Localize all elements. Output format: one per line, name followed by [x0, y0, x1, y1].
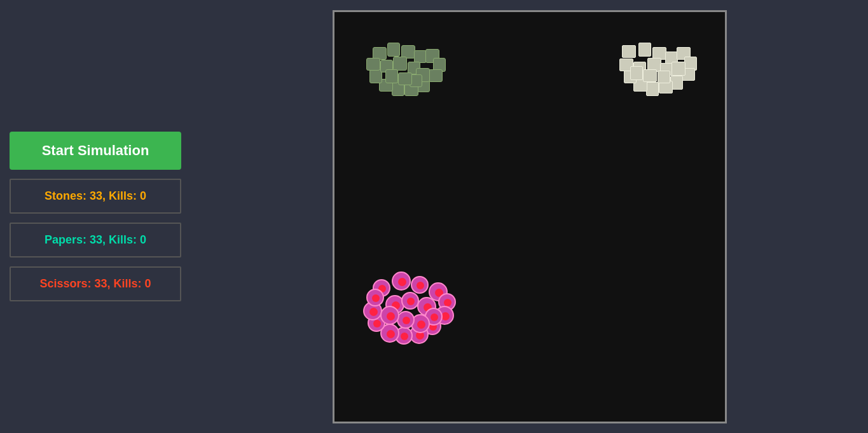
stone-particle — [393, 57, 407, 71]
scissors-particle — [366, 289, 384, 306]
paper-particle — [622, 45, 636, 58]
scissors-particle — [411, 276, 429, 294]
scissors-particle — [401, 292, 419, 310]
stone-particle — [414, 50, 427, 63]
left-panel: Start Simulation Stones: 33, Kills: 0 Pa… — [0, 0, 191, 433]
stone-particle — [385, 69, 398, 83]
stone-particle — [366, 58, 380, 71]
stone-particle — [387, 43, 400, 57]
start-simulation-button[interactable]: Start Simulation — [10, 132, 181, 170]
paper-particle — [672, 62, 685, 76]
paper-particle — [646, 82, 659, 96]
simulation-area — [191, 0, 868, 433]
stone-particle — [429, 69, 443, 82]
papers-stat-box: Papers: 33, Kills: 0 — [10, 223, 181, 258]
simulation-canvas — [333, 10, 727, 423]
scissors-particle — [392, 271, 411, 291]
stones-stat-label: Stones: 33, Kills: 0 — [45, 189, 146, 203]
stones-stat-box: Stones: 33, Kills: 0 — [10, 179, 181, 214]
papers-stat-label: Papers: 33, Kills: 0 — [45, 233, 146, 247]
scissors-stat-label: Scissors: 33, Kills: 0 — [39, 277, 151, 291]
stone-particle — [398, 72, 412, 85]
paper-particle — [630, 66, 643, 80]
scissors-particle — [380, 306, 399, 325]
paper-particle — [643, 69, 657, 82]
scissors-particle — [397, 311, 415, 329]
paper-particle — [638, 43, 651, 57]
paper-particle — [658, 71, 670, 83]
scissors-stat-box: Scissors: 33, Kills: 0 — [10, 266, 181, 301]
